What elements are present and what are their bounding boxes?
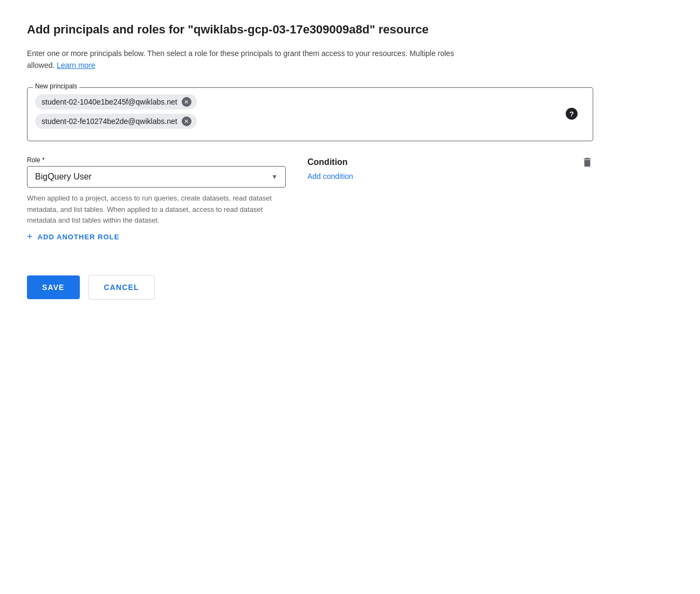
chips-container: student-02-1040e1be245f@qwiklabs.net ✕ s… [35, 94, 585, 133]
save-button[interactable]: SAVE [27, 275, 80, 299]
condition-label: Condition [307, 157, 348, 167]
page-title: Add principals and roles for "qwiklabs-g… [27, 22, 469, 38]
role-condition-row: Role * BigQuery User ▼ When applied to a… [27, 156, 593, 225]
principal-chip-2-value: student-02-fe10274be2de@qwiklabs.net [42, 117, 177, 126]
principals-label: New principals [33, 82, 79, 90]
actions-row: SAVE CANCEL [27, 275, 673, 300]
description: Enter one or more principals below. Then… [27, 47, 469, 72]
principal-chip-2-close[interactable]: ✕ [182, 116, 191, 126]
cancel-button[interactable]: CANCEL [88, 275, 155, 300]
role-label: Role * [27, 156, 286, 164]
add-another-role-label: ADD ANOTHER ROLE [38, 233, 120, 241]
help-icon[interactable]: ? [566, 108, 578, 120]
condition-section: Condition Add condition [307, 156, 593, 181]
plus-icon: + [27, 231, 33, 243]
role-select[interactable]: BigQuery User ▼ [27, 166, 286, 188]
add-another-role-button[interactable]: + ADD ANOTHER ROLE [27, 231, 189, 243]
role-select-value: BigQuery User [35, 172, 271, 182]
role-section: Role * BigQuery User ▼ When applied to a… [27, 156, 286, 225]
principal-chip-1-value: student-02-1040e1be245f@qwiklabs.net [42, 98, 177, 106]
delete-role-icon[interactable] [581, 156, 593, 171]
add-condition-link[interactable]: Add condition [307, 172, 353, 181]
principals-section: New principals student-02-1040e1be245f@q… [27, 87, 593, 141]
principal-chip-1-close[interactable]: ✕ [182, 97, 191, 107]
principal-chip-2: student-02-fe10274be2de@qwiklabs.net ✕ [35, 114, 197, 129]
learn-more-link[interactable]: Learn more [57, 61, 95, 70]
dropdown-arrow-icon: ▼ [271, 173, 278, 181]
role-description: When applied to a project, access to run… [27, 193, 286, 225]
principal-chip-1: student-02-1040e1be245f@qwiklabs.net ✕ [35, 94, 197, 109]
condition-header-row: Condition [307, 157, 593, 171]
